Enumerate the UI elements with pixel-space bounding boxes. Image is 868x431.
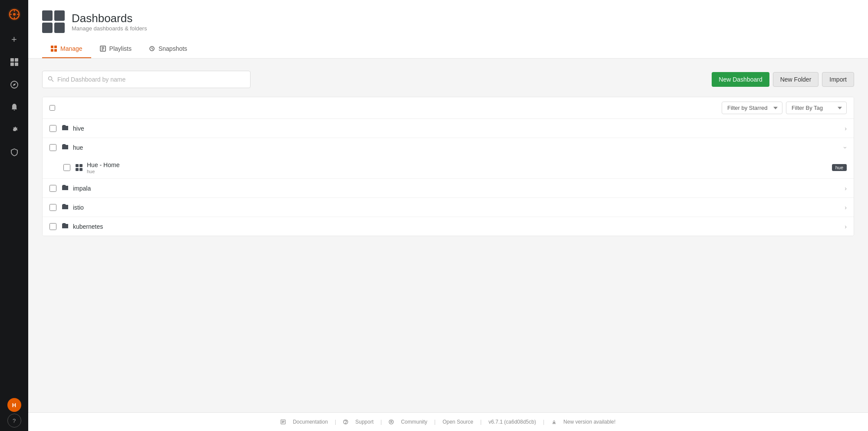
tab-playlists-label: Playlists (109, 45, 132, 52)
folder-kubernetes-name: kubernetes (73, 223, 845, 230)
dashboard-row-hue-home[interactable]: Hue - Home hue hue (43, 157, 854, 179)
folder-hive-chevron: › (845, 125, 847, 132)
import-button[interactable]: Import (822, 72, 854, 87)
filter-dropdowns: Filter by Starred Filter By Tag (722, 102, 847, 114)
tab-playlists[interactable]: Playlists (91, 40, 140, 58)
folder-istio-icon (62, 203, 69, 211)
svg-marker-12 (13, 83, 16, 86)
footer-support[interactable]: Support (355, 419, 373, 425)
folder-istio-name: istio (73, 204, 845, 211)
footer-community[interactable]: Community (401, 419, 427, 425)
sidebar-bottom: H ? (7, 398, 21, 431)
filter-by-starred[interactable]: Filter by Starred (722, 102, 782, 114)
search-input[interactable] (57, 76, 245, 83)
folder-row-hue[interactable]: hue › (43, 138, 854, 157)
tab-manage[interactable]: Manage (42, 40, 91, 58)
main-content: Dashboards Manage dashboards & folders M… (28, 0, 868, 431)
user-avatar[interactable]: H (7, 398, 21, 412)
sidebar-item-shield[interactable] (0, 141, 28, 164)
svg-point-2 (13, 13, 16, 16)
folder-impala-checkbox[interactable] (50, 185, 56, 192)
page-subtitle: Manage dashboards & folders (72, 25, 147, 32)
svg-rect-10 (15, 63, 18, 66)
sidebar-item-alerting[interactable] (0, 96, 28, 118)
folder-hive-icon (62, 124, 69, 132)
community-icon (389, 419, 394, 424)
select-all-checkbox[interactable] (50, 105, 55, 111)
tab-manage-label: Manage (60, 45, 83, 52)
footer-documentation[interactable]: Documentation (293, 419, 328, 425)
folder-impala-chevron: › (845, 185, 847, 192)
folder-kubernetes-checkbox[interactable] (50, 223, 56, 230)
page-title: Dashboards Manage dashboards & folders (72, 12, 147, 32)
new-dashboard-button[interactable]: New Dashboard (712, 72, 769, 87)
folder-kubernetes-chevron: › (845, 223, 847, 230)
footer-open-source[interactable]: Open Source (442, 419, 473, 425)
dashboard-hue-home-icon (76, 164, 83, 171)
filter-by-tag[interactable]: Filter By Tag (786, 102, 847, 114)
sidebar-item-dashboards[interactable] (0, 51, 28, 73)
new-folder-button[interactable]: New Folder (773, 72, 819, 87)
grafana-logo[interactable] (0, 0, 28, 28)
tab-snapshots-label: Snapshots (158, 45, 187, 52)
search-box (42, 71, 251, 88)
svg-rect-9 (10, 63, 14, 66)
toolbar-buttons: New Dashboard New Folder Import (712, 72, 854, 87)
svg-point-29 (346, 423, 346, 424)
folder-hue-chevron: › (842, 146, 849, 148)
svg-rect-13 (51, 46, 53, 48)
svg-point-31 (391, 421, 392, 422)
folder-impala-icon (62, 184, 69, 192)
content-area: New Dashboard New Folder Import Filter b… (28, 59, 868, 412)
documentation-icon (281, 419, 286, 424)
page-icon (42, 10, 65, 33)
search-icon (48, 76, 54, 83)
folder-impala-name: impala (73, 185, 845, 192)
folder-row-impala[interactable]: impala › (43, 179, 854, 198)
folder-hive-name: hive (73, 125, 845, 132)
folder-istio-checkbox[interactable] (50, 204, 56, 211)
sidebar-item-settings[interactable] (0, 118, 28, 141)
folder-row-istio[interactable]: istio › (43, 198, 854, 217)
dashboard-hue-home-tag: hue (832, 164, 847, 171)
svg-rect-15 (51, 49, 53, 52)
svg-rect-16 (54, 49, 57, 52)
dashboard-hue-home-name: Hue - Home (87, 161, 119, 168)
folder-hive-checkbox[interactable] (50, 125, 56, 132)
sidebar-item-explore[interactable] (0, 73, 28, 96)
filter-bar: Filter by Starred Filter By Tag (43, 97, 854, 119)
footer: Documentation | Support | Community | Op… (28, 412, 868, 431)
page-heading: Dashboards (72, 12, 147, 25)
folder-row-kubernetes[interactable]: kubernetes › (43, 217, 854, 236)
page-title-row: Dashboards Manage dashboards & folders (42, 10, 854, 33)
tab-snapshots[interactable]: Snapshots (140, 40, 196, 58)
dashboard-hue-home-info: Hue - Home hue (87, 161, 832, 174)
folder-hue-icon (62, 143, 69, 151)
download-icon (551, 419, 557, 424)
svg-rect-8 (15, 58, 18, 62)
dashboard-hue-home-checkbox[interactable] (63, 164, 70, 171)
sidebar-item-add[interactable]: + (0, 28, 28, 51)
folder-istio-chevron: › (845, 204, 847, 211)
svg-point-22 (49, 76, 52, 80)
folders-list: Filter by Starred Filter By Tag hive › (42, 97, 854, 236)
dashboard-hue-home-folder: hue (87, 169, 832, 174)
folder-kubernetes-icon (62, 222, 69, 230)
svg-rect-14 (54, 46, 57, 48)
sidebar: + H ? (0, 0, 28, 431)
toolbar: New Dashboard New Folder Import (42, 71, 854, 88)
folder-row-hive[interactable]: hive › (43, 119, 854, 138)
footer-version: v6.7.1 (ca6d08d5cb) (488, 419, 536, 425)
tabs: Manage Playlists Snapshots (42, 40, 854, 58)
svg-rect-7 (10, 58, 14, 62)
page-header: Dashboards Manage dashboards & folders M… (28, 0, 868, 59)
folder-hue-checkbox[interactable] (50, 144, 56, 151)
sidebar-item-help[interactable]: ? (7, 414, 21, 428)
folder-hue-name: hue (73, 144, 845, 151)
support-icon (343, 419, 348, 424)
svg-line-23 (52, 80, 53, 82)
footer-new-version[interactable]: New version available! (564, 419, 616, 425)
